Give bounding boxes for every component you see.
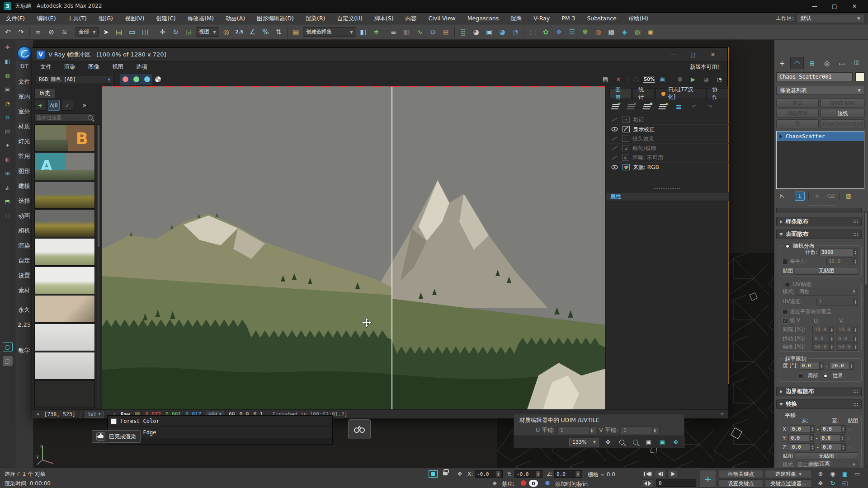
jitter-u-field[interactable]: 0.0 <box>812 335 835 343</box>
object-color-swatch[interactable] <box>855 72 864 81</box>
add-time-tag[interactable]: 添加时间标记 <box>555 480 588 488</box>
sidebar-item-settings[interactable]: 设置 <box>19 268 30 283</box>
select-link-icon[interactable] <box>32 26 44 38</box>
object-name-field[interactable]: Chaos Scatter001 <box>776 72 853 81</box>
history-thumbnail[interactable] <box>34 210 95 237</box>
offset-v-field[interactable]: 50.0 <box>836 343 858 351</box>
left-tool-icon[interactable] <box>3 113 13 122</box>
eye-icon[interactable] <box>611 165 618 169</box>
vfb-titlebar[interactable]: V V-Ray 帧缓冲区 - [100.0% of 1280 x 720] <box>32 48 727 61</box>
zoom-region-icon[interactable] <box>851 469 863 478</box>
alpha-channel-toggle[interactable] <box>152 74 163 85</box>
left-tool-icon[interactable] <box>3 211 13 221</box>
rollout-clipped[interactable] <box>776 208 862 213</box>
command-panel-scrollbar[interactable] <box>864 211 868 468</box>
left-tool-icon[interactable] <box>3 141 13 150</box>
history-thumbnail[interactable] <box>34 352 95 380</box>
schematic-view-icon[interactable] <box>427 26 439 38</box>
vfb-menu-image[interactable]: 图像 <box>88 63 99 71</box>
history-thumbnail[interactable] <box>34 181 95 209</box>
vray-toolbar-icon[interactable] <box>553 26 565 38</box>
vfb-menu-file[interactable]: 文件 <box>40 63 52 71</box>
eye-off-icon[interactable] <box>611 117 618 122</box>
tab-utilities[interactable] <box>850 57 863 69</box>
pixel-size-dropdown[interactable]: 1x1 <box>85 411 104 418</box>
history-thumbnail[interactable] <box>34 324 95 351</box>
eye-off-icon[interactable] <box>611 146 618 150</box>
tab-log[interactable]: 日志[TZ汉化] <box>656 88 705 99</box>
eye-off-icon[interactable] <box>611 155 618 160</box>
stack-item-chaosscatter[interactable]: ChaosScatter <box>777 131 864 141</box>
layers-redo-icon[interactable] <box>704 102 716 112</box>
pixel-probe-icon[interactable] <box>37 411 39 418</box>
translate-y-to[interactable]: 0.0 <box>820 434 845 442</box>
translate-z-from[interactable]: 0.0 <box>790 443 815 451</box>
vfb-channel-dropdown[interactable]: RGB 颜色 [AB] <box>36 75 113 84</box>
sidebar-item-modeling[interactable]: 建模 <box>19 178 30 193</box>
curve-editor-icon[interactable] <box>414 26 426 38</box>
menu-tools[interactable]: 工具(T) <box>62 13 93 24</box>
scene-explorer-icon[interactable] <box>440 26 452 38</box>
sidebar-item-permanent[interactable]: 永久 <box>19 302 30 317</box>
y-map-check-icon[interactable] <box>847 435 851 441</box>
left-tool-icon[interactable] <box>3 70 13 80</box>
history-thumbnail-a[interactable]: A <box>34 153 95 180</box>
menu-scripting[interactable]: 脚本(S) <box>368 13 400 24</box>
sidebar-item-interior[interactable]: 室内 <box>19 89 30 104</box>
zoom-extents-selected-icon[interactable] <box>658 437 667 446</box>
render-camera-icon[interactable] <box>702 75 711 84</box>
menu-edit[interactable]: 编辑(E) <box>31 13 62 24</box>
layers-undo-icon[interactable] <box>689 102 700 112</box>
load-layers-icon[interactable]: ▸ <box>657 102 669 112</box>
modifier-button-uvw-map[interactable]: UVW 贴图 <box>821 99 865 108</box>
history-search-input[interactable] <box>37 115 88 120</box>
jitter-v-field[interactable]: 0.0 <box>836 335 858 343</box>
gap-u-field[interactable]: 10.0 <box>812 326 835 333</box>
panel-splitter[interactable] <box>774 204 868 206</box>
menu-rendering[interactable]: 渲染(R) <box>300 13 331 24</box>
uv-mode-dropdown[interactable]: 网格 <box>797 288 858 296</box>
list-item-forest-color[interactable]: Forest Color <box>108 416 332 427</box>
left-tool-icon[interactable] <box>3 342 13 352</box>
vfb-maximize-icon[interactable] <box>683 49 703 60</box>
layer-row-denoise[interactable]: 降噪: 不可用 <box>606 153 729 163</box>
select-object-icon[interactable] <box>100 26 112 38</box>
isolate-selection-icon[interactable] <box>429 470 438 478</box>
pm3-toolbar-icon[interactable] <box>645 26 657 38</box>
stamp-menu-icon[interactable] <box>721 411 724 418</box>
modifier-button-floorgenerator[interactable]: FloorGenerator[ <box>821 119 865 128</box>
slope-from-field[interactable]: 0.0 <box>800 362 824 370</box>
left-tool-icon[interactable] <box>3 84 13 94</box>
megascans-plugin-icon[interactable] <box>540 26 552 38</box>
add-layer-icon[interactable]: + <box>609 102 621 112</box>
density-map-button[interactable]: 无贴图 <box>795 267 858 275</box>
sidebar-item-materials[interactable]: 材质 <box>19 119 30 134</box>
sidebar-item-files[interactable]: 文件 <box>19 74 30 89</box>
datasmith-toolbar-icon[interactable] <box>632 26 644 38</box>
play-button[interactable] <box>667 470 679 478</box>
tab-motion[interactable] <box>820 57 834 69</box>
sidebar-item-assets[interactable]: 素材 <box>19 283 30 298</box>
menu-create[interactable]: 创建(C) <box>150 13 181 24</box>
minimize-icon[interactable] <box>805 1 825 12</box>
configure-modifier-sets-icon[interactable] <box>844 192 854 201</box>
reference-coordinate-dropdown[interactable]: 视图 <box>196 27 219 37</box>
sidebar-item-shapes[interactable]: 图形 <box>19 164 30 178</box>
modifier-button-turbosmooth[interactable]: 涡轮平滑 <box>776 109 819 118</box>
ab-split-divider[interactable] <box>392 86 392 409</box>
menu-graph-editors[interactable]: 图形编辑器(D) <box>251 13 300 24</box>
open-in-explorer-icon[interactable] <box>527 26 539 38</box>
per-square-field[interactable]: 10.0 <box>826 258 858 265</box>
eye-icon[interactable] <box>611 127 618 131</box>
layer-list-icon[interactable] <box>673 102 684 112</box>
world-radio[interactable] <box>823 373 828 379</box>
history-expand-icon[interactable] <box>82 101 86 109</box>
sidebar-item-exterior[interactable]: 室外 <box>19 104 30 119</box>
orbit-icon[interactable] <box>827 479 839 488</box>
history-thumbnail[interactable] <box>34 238 95 266</box>
translate-x-to[interactable]: 0.0 <box>821 425 846 433</box>
substance-toolbar-icon[interactable] <box>605 26 618 38</box>
tab-hierarchy[interactable] <box>805 57 819 69</box>
history-thumbnail[interactable] <box>34 380 95 408</box>
red-channel-toggle[interactable] <box>120 74 131 85</box>
